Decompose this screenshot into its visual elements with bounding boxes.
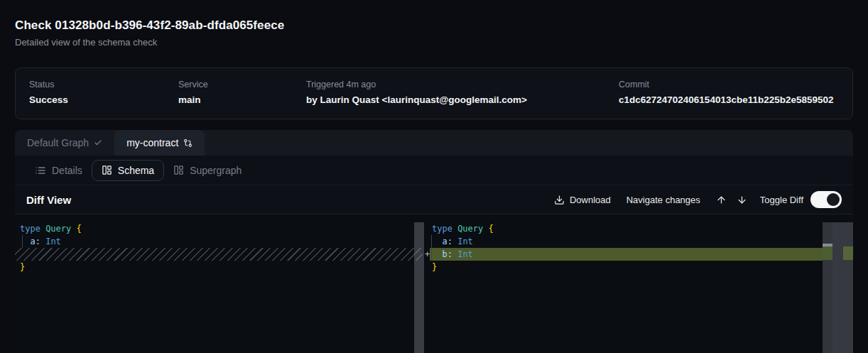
after-code-line: } bbox=[424, 261, 823, 273]
page-title: Check 01328b0d-b396-43f2-89ab-dfda065fee… bbox=[15, 18, 853, 33]
tab-supergraph-label: Supergraph bbox=[190, 165, 242, 176]
code-token bbox=[432, 249, 442, 259]
status-label: Status bbox=[29, 80, 178, 90]
code-token: Query bbox=[457, 224, 483, 234]
list-icon bbox=[35, 165, 46, 176]
code-token bbox=[20, 237, 30, 246]
tab-supergraph[interactable]: Supergraph bbox=[164, 160, 251, 181]
service-field: Service main bbox=[178, 80, 306, 107]
tab-schema-label: Schema bbox=[118, 165, 154, 176]
switch-knob bbox=[827, 193, 840, 206]
after-code-line: type Query { bbox=[424, 222, 823, 235]
commit-field: Commit c1dc62724702406154013cbe11b225b2e… bbox=[619, 80, 839, 107]
added-line-overview-mark bbox=[823, 246, 832, 260]
page-subtitle: Detailed view of the schema check bbox=[15, 37, 853, 48]
code-token: { bbox=[489, 224, 494, 234]
code-token: } bbox=[432, 262, 437, 272]
panels-icon bbox=[173, 165, 184, 175]
tab-details[interactable]: Details bbox=[26, 160, 92, 181]
schema-diff-editor: type Query { a: Int} + type Query { a: I… bbox=[15, 214, 853, 353]
code-token: b bbox=[442, 249, 447, 259]
code-token: Int bbox=[45, 237, 61, 246]
graph-tab-bar: Default Graph my-contract bbox=[15, 130, 853, 156]
toggle-diff-switch[interactable] bbox=[810, 191, 842, 208]
triggered-label: Triggered 4m ago bbox=[306, 80, 619, 90]
code-token: : bbox=[447, 237, 452, 246]
service-value: main bbox=[178, 94, 306, 107]
code-token: a bbox=[442, 237, 447, 246]
diff-pane-before[interactable]: type Query { a: Int} bbox=[15, 214, 414, 353]
code-token: : bbox=[447, 249, 452, 259]
git-compare-icon bbox=[183, 139, 192, 148]
check-summary-card: Status Success Service main Triggered 4m… bbox=[15, 67, 853, 119]
tab-details-label: Details bbox=[52, 165, 82, 176]
diff-added-line: b: Int bbox=[430, 248, 823, 261]
code-token: type bbox=[20, 224, 40, 234]
code-token: } bbox=[20, 262, 25, 272]
after-code-line: a: Int bbox=[424, 235, 823, 248]
code-token: Int bbox=[457, 249, 473, 259]
download-icon bbox=[554, 195, 565, 205]
code-token: Query bbox=[45, 224, 71, 234]
download-label: Download bbox=[570, 195, 611, 205]
triggered-value: by Laurin Quast <laurinquast@googlemail.… bbox=[306, 94, 619, 107]
diff-overview-ruler[interactable] bbox=[823, 222, 832, 353]
diff-view-title: Diff View bbox=[26, 194, 71, 206]
tab-default-graph-label: Default Graph bbox=[27, 137, 89, 148]
schema-check-page: Check 01328b0d-b396-43f2-89ab-dfda065fee… bbox=[0, 0, 868, 353]
triggered-field: Triggered 4m ago by Laurin Quast <laurin… bbox=[306, 80, 619, 107]
diff-toolbar: Diff View Download Navigate changes bbox=[15, 185, 853, 214]
tab-my-contract-label: my-contract bbox=[126, 137, 178, 148]
code-token: { bbox=[77, 224, 82, 234]
code-token: type bbox=[432, 224, 452, 234]
tab-my-contract[interactable]: my-contract bbox=[114, 130, 205, 156]
added-line-marker: + bbox=[425, 248, 430, 261]
code-token: : bbox=[36, 237, 40, 246]
status-value: Success bbox=[29, 94, 178, 107]
before-code-line: type Query { bbox=[15, 222, 414, 235]
diff-controls: Download Navigate changes bbox=[554, 191, 842, 208]
service-label: Service bbox=[178, 80, 306, 90]
tab-default-graph[interactable]: Default Graph bbox=[15, 130, 114, 156]
commit-label: Commit bbox=[619, 80, 839, 90]
code-token: Int bbox=[457, 237, 473, 246]
view-tab-bar: Details Schema Supergraph bbox=[15, 156, 853, 185]
previous-change-button[interactable] bbox=[716, 195, 727, 205]
panels-icon bbox=[102, 165, 112, 175]
code-token bbox=[432, 237, 442, 246]
arrow-up-icon bbox=[716, 195, 727, 205]
diff-filler-line bbox=[15, 248, 423, 261]
before-code-line: } bbox=[15, 261, 414, 273]
status-field: Status Success bbox=[29, 80, 178, 107]
download-button[interactable]: Download bbox=[554, 195, 611, 205]
editor-scrollbar[interactable] bbox=[832, 222, 853, 353]
toggle-diff-label: Toggle Diff bbox=[760, 195, 803, 205]
navigate-changes-label: Navigate changes bbox=[626, 195, 700, 205]
before-code-line: a: Int bbox=[15, 235, 414, 248]
tab-schema[interactable]: Schema bbox=[92, 160, 164, 181]
code-token bbox=[483, 224, 488, 234]
diff-pane-after[interactable]: + type Query { a: Int b: Int} bbox=[424, 214, 823, 353]
tab-content: Details Schema Supergraph Diff View bbox=[15, 156, 853, 353]
code-token: a bbox=[30, 237, 35, 246]
added-line-scrollbar-mark bbox=[843, 246, 853, 260]
page-header: Check 01328b0d-b396-43f2-89ab-dfda065fee… bbox=[0, 0, 868, 48]
code-token bbox=[71, 224, 76, 234]
commit-value: c1dc62724702406154013cbe11b225b2e5859502 bbox=[619, 94, 839, 107]
next-change-button[interactable] bbox=[737, 195, 747, 205]
check-icon bbox=[94, 139, 102, 147]
check-detail-section: Default Graph my-contract Details bbox=[15, 130, 853, 353]
arrow-down-icon bbox=[737, 195, 747, 205]
editor-sash[interactable] bbox=[414, 222, 424, 353]
